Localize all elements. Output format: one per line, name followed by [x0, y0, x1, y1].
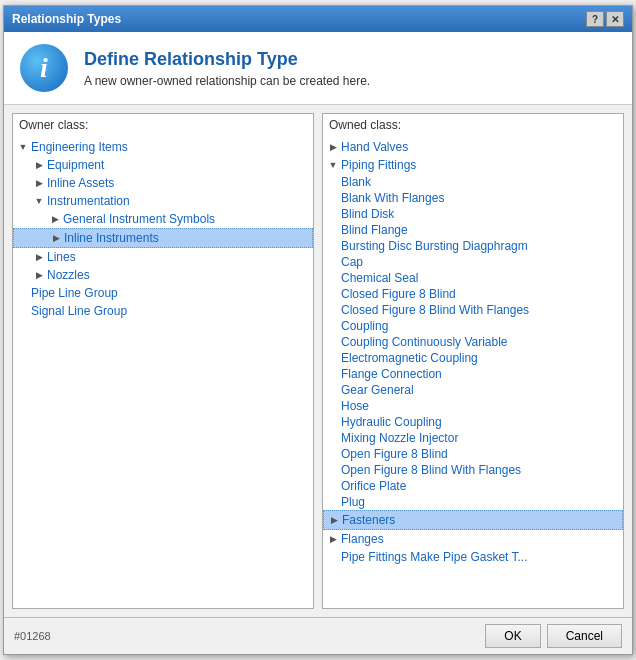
cancel-button[interactable]: Cancel — [547, 624, 622, 648]
item-label: Coupling Continuously Variable — [341, 335, 508, 349]
item-label: Closed Figure 8 Blind With Flanges — [341, 303, 529, 317]
item-label: Hose — [341, 399, 369, 413]
tree-item-lines[interactable]: ▶ Lines — [13, 248, 313, 266]
owned-panel-label: Owned class: — [323, 114, 623, 136]
header-text: Define Relationship Type A new owner-own… — [84, 49, 370, 88]
item-label: Signal Line Group — [31, 304, 127, 318]
tree-item-pipe-fittings-more[interactable]: ▶ Pipe Fittings Make Pipe Gasket T... — [323, 548, 623, 566]
expand-icon[interactable]: ▼ — [325, 157, 341, 173]
item-label: Lines — [47, 250, 76, 264]
title-bar: Relationship Types ? ✕ — [4, 6, 632, 32]
expand-icon[interactable]: ▶ — [47, 211, 63, 227]
owned-tree[interactable]: ▶ Hand Valves ▼ Piping Fittings Blank Bl… — [323, 136, 623, 608]
expand-icon[interactable]: ▶ — [31, 249, 47, 265]
item-label: Plug — [341, 495, 365, 509]
item-label: Coupling — [341, 319, 388, 333]
item-label: Electromagnetic Coupling — [341, 351, 478, 365]
tree-item-equipment[interactable]: ▶ Equipment — [13, 156, 313, 174]
tree-item-instrumentation[interactable]: ▼ Instrumentation — [13, 192, 313, 210]
tree-item-closed-figure-8-blind[interactable]: Closed Figure 8 Blind — [323, 286, 623, 302]
tree-item-fasteners[interactable]: ▶ Fasteners — [323, 510, 623, 530]
tree-item-inline-instruments[interactable]: ▶ Inline Instruments — [13, 228, 313, 248]
item-label: Flange Connection — [341, 367, 442, 381]
header-section: i Define Relationship Type A new owner-o… — [4, 32, 632, 105]
tree-item-engineering-items[interactable]: ▼ Engineering Items — [13, 138, 313, 156]
tree-item-hydraulic-coupling[interactable]: Hydraulic Coupling — [323, 414, 623, 430]
item-label: Fasteners — [342, 513, 395, 527]
expand-icon[interactable]: ▶ — [325, 531, 341, 547]
item-label: Blank With Flanges — [341, 191, 444, 205]
tree-item-closed-figure-8-blind-flanges[interactable]: Closed Figure 8 Blind With Flanges — [323, 302, 623, 318]
item-label: Inline Assets — [47, 176, 114, 190]
item-label: Flanges — [341, 532, 384, 546]
item-label: Pipe Line Group — [31, 286, 118, 300]
dialog-description: A new owner-owned relationship can be cr… — [84, 74, 370, 88]
expand-icon[interactable]: ▶ — [31, 175, 47, 191]
tree-item-plug[interactable]: Plug — [323, 494, 623, 510]
tree-item-general-instrument[interactable]: ▶ General Instrument Symbols — [13, 210, 313, 228]
owner-tree[interactable]: ▼ Engineering Items ▶ Equipment ▶ Inline… — [13, 136, 313, 608]
item-label: Blank — [341, 175, 371, 189]
tree-item-coupling[interactable]: Coupling — [323, 318, 623, 334]
item-label: Chemical Seal — [341, 271, 418, 285]
status-text: #01268 — [14, 630, 51, 642]
expand-icon[interactable]: ▶ — [31, 267, 47, 283]
item-label: Inline Instruments — [64, 231, 159, 245]
expand-icon[interactable]: ▼ — [15, 139, 31, 155]
owner-panel: Owner class: ▼ Engineering Items ▶ Equip… — [12, 113, 314, 609]
item-label: Pipe Fittings Make Pipe Gasket T... — [341, 550, 528, 564]
item-label: Open Figure 8 Blind With Flanges — [341, 463, 521, 477]
item-label: Cap — [341, 255, 363, 269]
footer: #01268 OK Cancel — [4, 618, 632, 654]
tree-item-open-figure-8-blind-flanges[interactable]: Open Figure 8 Blind With Flanges — [323, 462, 623, 478]
tree-item-gear-general[interactable]: Gear General — [323, 382, 623, 398]
tree-item-hand-valves[interactable]: ▶ Hand Valves — [323, 138, 623, 156]
ok-button[interactable]: OK — [485, 624, 540, 648]
tree-item-nozzles[interactable]: ▶ Nozzles — [13, 266, 313, 284]
tree-item-chemical-seal[interactable]: Chemical Seal — [323, 270, 623, 286]
item-label: Hand Valves — [341, 140, 408, 154]
tree-item-orifice-plate[interactable]: Orifice Plate — [323, 478, 623, 494]
item-label: Blind Flange — [341, 223, 408, 237]
expand-icon[interactable]: ▶ — [31, 157, 47, 173]
item-label: Bursting Disc Bursting Diagphragm — [341, 239, 528, 253]
owner-panel-label: Owner class: — [13, 114, 313, 136]
tree-item-electromagnetic-coupling[interactable]: Electromagnetic Coupling — [323, 350, 623, 366]
tree-item-signal-line-group[interactable]: ▶ Signal Line Group — [13, 302, 313, 320]
tree-item-coupling-continuously-variable[interactable]: Coupling Continuously Variable — [323, 334, 623, 350]
expand-icon[interactable]: ▶ — [326, 512, 342, 528]
tree-item-open-figure-8-blind[interactable]: Open Figure 8 Blind — [323, 446, 623, 462]
expand-icon[interactable]: ▶ — [48, 230, 64, 246]
tree-item-blind-flange[interactable]: Blind Flange — [323, 222, 623, 238]
owned-panel: Owned class: ▶ Hand Valves ▼ Piping Fitt… — [322, 113, 624, 609]
tree-item-blind-disk[interactable]: Blind Disk — [323, 206, 623, 222]
tree-item-cap[interactable]: Cap — [323, 254, 623, 270]
item-label: Gear General — [341, 383, 414, 397]
tree-item-blank[interactable]: Blank — [323, 174, 623, 190]
item-label: Orifice Plate — [341, 479, 406, 493]
dialog-title: Define Relationship Type — [84, 49, 370, 70]
item-label: General Instrument Symbols — [63, 212, 215, 226]
info-icon: i — [20, 44, 68, 92]
expand-icon[interactable]: ▼ — [31, 193, 47, 209]
tree-item-bursting-disc[interactable]: Bursting Disc Bursting Diagphragm — [323, 238, 623, 254]
item-label: Instrumentation — [47, 194, 130, 208]
tree-item-flange-connection[interactable]: Flange Connection — [323, 366, 623, 382]
footer-buttons: OK Cancel — [485, 624, 622, 648]
help-button[interactable]: ? — [586, 11, 604, 27]
tree-item-piping-fittings[interactable]: ▼ Piping Fittings — [323, 156, 623, 174]
window-title: Relationship Types — [12, 12, 121, 26]
item-label: Open Figure 8 Blind — [341, 447, 448, 461]
tree-item-flanges[interactable]: ▶ Flanges — [323, 530, 623, 548]
tree-item-blank-with-flanges[interactable]: Blank With Flanges — [323, 190, 623, 206]
tree-item-pipe-line-group[interactable]: ▶ Pipe Line Group — [13, 284, 313, 302]
expand-icon[interactable]: ▶ — [325, 139, 341, 155]
title-bar-buttons: ? ✕ — [586, 11, 624, 27]
item-label: Engineering Items — [31, 140, 128, 154]
item-label: Equipment — [47, 158, 104, 172]
tree-item-inline-assets[interactable]: ▶ Inline Assets — [13, 174, 313, 192]
tree-item-mixing-nozzle-injector[interactable]: Mixing Nozzle Injector — [323, 430, 623, 446]
item-label: Hydraulic Coupling — [341, 415, 442, 429]
close-button[interactable]: ✕ — [606, 11, 624, 27]
tree-item-hose[interactable]: Hose — [323, 398, 623, 414]
